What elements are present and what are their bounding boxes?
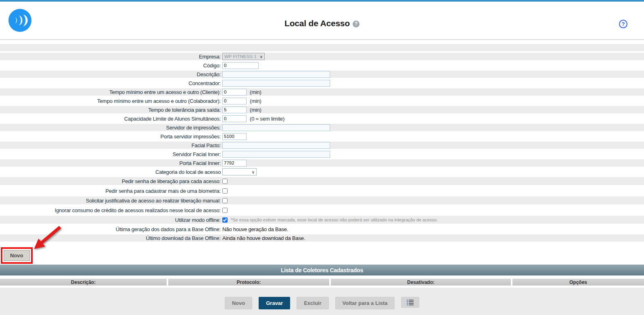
form-row-facial-pacto: Facial Pacto: xyxy=(0,142,644,149)
field-label: Última geração dos dados para a Base Off… xyxy=(0,226,221,232)
column-header-protocolo: Protocolo: xyxy=(168,279,329,286)
field-control: Não houve geração da Base. xyxy=(221,226,288,232)
field-label: Ignorar consumo de crédito de acessos re… xyxy=(0,207,221,213)
form-row-utilizar-modo-offline: Utilizar modo offline:*Se essa opção est… xyxy=(0,216,644,224)
field-label: Servidor Facial Inner: xyxy=(0,151,221,157)
voltar-para-a-lista-button[interactable]: Voltar para a Lista xyxy=(335,297,395,309)
field-label: Descrição: xyxy=(0,71,221,77)
corner-help-icon[interactable]: ? xyxy=(619,20,627,28)
novo-button-highlighted[interactable]: Novo xyxy=(4,250,30,261)
page-title: Local de Acesso xyxy=(284,19,350,28)
field-control: (min) xyxy=(221,89,261,96)
field-control xyxy=(221,71,330,78)
form-row-tempo-minimo-entre-um-acesso-e-outro-colaborador: Tempo mínimo entre um acesso e outro (Co… xyxy=(0,97,644,104)
column-header-desativado: Desativado: xyxy=(331,279,511,286)
collectors-list-header: Lista de Coletores Cadastrados xyxy=(0,265,644,275)
field-label: Servidor de impressões: xyxy=(0,125,221,131)
porta-facial-inner-input[interactable] xyxy=(222,160,247,167)
field-control xyxy=(221,188,228,194)
ignorar-consumo-de-credito-de-acessos-realizados-nesse-local-de-acesso-checkbox[interactable] xyxy=(222,208,228,213)
field-label: Capacidade Limite de Alunos Simultâneos: xyxy=(0,116,221,122)
novo-button[interactable]: Novo xyxy=(225,297,253,309)
empresa-select: WP FITNESS 1∨ xyxy=(222,53,265,60)
ultima-geracao-dos-dados-para-a-base-offline-value: Não houve geração da Base. xyxy=(222,226,288,232)
field-label: Tempo mínimo entre um acesso e outro (Cl… xyxy=(0,89,221,95)
empty-stripe-row xyxy=(0,44,644,51)
column-header-descricao: Descrição: xyxy=(0,279,167,286)
form-row-ultimo-download-da-base-offline: Último download da Base Offline:Ainda nã… xyxy=(0,234,644,242)
form-row-ignorar-consumo-de-credito-de-acessos-realizados-nesse-local-de-acesso: Ignorar consumo de crédito de acessos re… xyxy=(0,206,644,214)
selected-value: WP FITNESS 1 xyxy=(224,54,257,59)
pedir-senha-para-cadastrar-mais-de-uma-biometria-checkbox[interactable] xyxy=(222,188,228,194)
form-row-porta-servidor-impressoes: Porta servidor impressões: xyxy=(0,133,644,140)
collectors-list-title: Lista de Coletores Cadastrados xyxy=(281,267,363,273)
field-control: (min) xyxy=(221,98,261,104)
form-row-categoria-do-local-de-acesso: Categoria do local de acesso∨ xyxy=(0,168,644,175)
descricao-input[interactable] xyxy=(222,71,330,78)
field-control xyxy=(221,124,330,131)
field-label: Tempo mínimo entre um acesso e outro (Co… xyxy=(0,98,221,104)
form-row-servidor-facial-inner: Servidor Facial Inner: xyxy=(0,150,644,158)
field-label: Último download da Base Offline: xyxy=(0,235,221,241)
gravar-button[interactable]: Gravar xyxy=(259,297,290,309)
field-control xyxy=(221,133,247,140)
field-label: Empresa: xyxy=(0,54,221,60)
ultimo-download-da-base-offline-value: Ainda não houve download da Base. xyxy=(222,235,305,241)
tempo-de-tolerancia-para-saida-input[interactable] xyxy=(222,106,247,113)
access-location-form: Empresa:WP FITNESS 1∨Código:Descrição:Co… xyxy=(0,40,644,265)
concentrador-input[interactable] xyxy=(222,80,330,87)
codigo-input[interactable] xyxy=(222,62,259,69)
chevron-down-icon: ∨ xyxy=(252,170,255,174)
field-suffix: (0 = sem limite) xyxy=(250,116,284,122)
field-control xyxy=(221,179,228,184)
chevron-down-icon: ∨ xyxy=(260,54,263,59)
field-label: Solicitar justificativa de acesso ao rea… xyxy=(0,198,221,204)
excluir-button[interactable]: Excluir xyxy=(297,297,328,309)
column-header-opcoes: Opções xyxy=(512,279,644,286)
utilizar-modo-offline-checkbox[interactable] xyxy=(222,217,228,223)
form-row-pedir-senha-de-liberacao-para-cada-acesso: Pedir senha de liberação para cada acess… xyxy=(0,177,644,185)
field-label: Pedir senha para cadastrar mais de uma b… xyxy=(0,188,221,194)
field-control: ∨ xyxy=(221,168,257,175)
field-control: (min) xyxy=(221,106,261,113)
form-rows: Empresa:WP FITNESS 1∨Código:Descrição:Co… xyxy=(0,53,644,242)
form-row-tempo-de-tolerancia-para-saida: Tempo de tolerância para saída:(min) xyxy=(0,106,644,113)
form-row-concentrador: Concentrador: xyxy=(0,79,644,87)
categoria-do-local-de-acesso-select[interactable]: ∨ xyxy=(222,168,257,175)
capacidade-limite-de-alunos-simultaneos-input[interactable] xyxy=(222,115,247,122)
field-label: Tempo de tolerância para saída: xyxy=(0,107,221,113)
solicitar-justificativa-de-acesso-ao-realizar-liberacao-manual-checkbox[interactable] xyxy=(222,198,228,203)
field-label: Porta servidor impressões: xyxy=(0,134,221,140)
servidor-de-impressoes-input[interactable] xyxy=(222,124,330,131)
tempo-minimo-entre-um-acesso-e-outro-colaborador-input[interactable] xyxy=(222,98,247,104)
form-row-capacidade-limite-de-alunos-simultaneos: Capacidade Limite de Alunos Simultâneos:… xyxy=(0,115,644,122)
pedir-senha-de-liberacao-para-cada-acesso-checkbox[interactable] xyxy=(222,179,228,184)
list-icon-button[interactable] xyxy=(401,297,419,308)
form-row-tempo-minimo-entre-um-acesso-e-outro-cliente: Tempo mínimo entre um acesso e outro (Cl… xyxy=(0,88,644,96)
form-row-servidor-de-impressoes: Servidor de impressões: xyxy=(0,124,644,131)
form-row-pedir-senha-para-cadastrar-mais-de-uma-biometria: Pedir senha para cadastrar mais de uma b… xyxy=(0,187,644,195)
field-suffix: (min) xyxy=(250,107,261,113)
field-suffix: (min) xyxy=(250,89,261,95)
field-label: Facial Pacto: xyxy=(0,142,221,148)
field-control: *Se essa opção estiver marcada, esse loc… xyxy=(221,217,438,223)
facial-pacto-input[interactable] xyxy=(222,142,330,149)
field-label: Concentrador: xyxy=(0,80,221,86)
tempo-minimo-entre-um-acesso-e-outro-cliente-input[interactable] xyxy=(222,89,247,96)
list-icon xyxy=(407,299,414,305)
field-label: Porta Facial Inner: xyxy=(0,160,221,166)
porta-servidor-impressoes-input[interactable] xyxy=(222,133,247,140)
servidor-facial-inner-input[interactable] xyxy=(222,151,330,158)
field-suffix: (min) xyxy=(250,98,261,104)
field-note: *Se essa opção estiver marcada, esse loc… xyxy=(231,217,438,222)
collectors-table-header: Descrição: Protocolo: Desativado: Opções xyxy=(0,279,644,286)
form-row-descricao: Descrição: xyxy=(0,71,644,78)
field-control xyxy=(221,208,228,213)
form-row-solicitar-justificativa-de-acesso-ao-realizar-liberacao-manual: Solicitar justificativa de acesso ao rea… xyxy=(0,196,644,204)
title-help-icon[interactable]: ? xyxy=(353,21,360,27)
field-control: Ainda não houve download da Base. xyxy=(221,235,305,241)
field-label: Código: xyxy=(0,63,221,69)
form-row-codigo: Código: xyxy=(0,62,644,69)
footer-toolbar: Novo Gravar Excluir Voltar para a Lista xyxy=(0,288,644,315)
field-control: WP FITNESS 1∨ xyxy=(221,53,265,60)
